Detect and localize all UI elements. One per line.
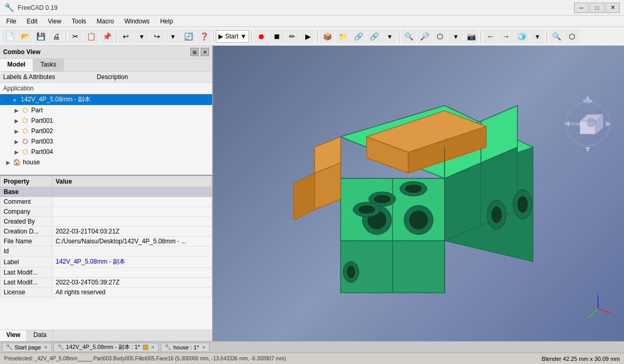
link-button[interactable]: 🔗: [351, 29, 366, 44]
bottom-tab-data[interactable]: Data: [27, 330, 53, 341]
menu-item-edit[interactable]: Edit: [22, 17, 42, 26]
startpage-label: Start page: [15, 344, 41, 350]
back-button[interactable]: ←: [483, 29, 498, 44]
link-dropdown[interactable]: ▾: [382, 29, 397, 44]
part001-icon: ⬡: [21, 116, 29, 125]
menu-item-tools[interactable]: Tools: [68, 17, 90, 26]
viewport[interactable]: TOP FRONT X Y Z: [213, 46, 624, 341]
view-screenshot-button[interactable]: 📷: [464, 29, 478, 44]
svg-point-19: [491, 206, 502, 223]
svg-text:TOP: TOP: [583, 99, 592, 104]
maximize-button[interactable]: □: [590, 3, 604, 13]
combo-close-button[interactable]: ✕: [201, 48, 209, 56]
record-button[interactable]: ⏺: [254, 29, 268, 44]
save-button[interactable]: 💾: [33, 29, 48, 44]
house-arrow-icon: ▶: [4, 160, 12, 165]
tree-item-part002[interactable]: ▶ ⬡ Part002: [0, 126, 212, 136]
prop-name-4: File Name: [1, 237, 53, 246]
print-button[interactable]: 🖨: [49, 29, 63, 44]
property-section: Property Value Base CommentCompanyCreate…: [0, 176, 212, 330]
close-button[interactable]: ✕: [605, 3, 620, 13]
menu-item-file[interactable]: File: [2, 17, 20, 26]
link-group-button[interactable]: 🔗: [367, 29, 381, 44]
3d-model: [263, 95, 575, 314]
house-tab-close[interactable]: ✕: [202, 345, 206, 350]
part003-icon: ⬡: [21, 137, 29, 146]
startpage-close[interactable]: ✕: [44, 345, 48, 350]
view-mode-button[interactable]: ⬡: [433, 29, 447, 44]
undo-button[interactable]: ↩: [119, 29, 133, 44]
part001-arrow-icon: ▶: [12, 118, 21, 124]
redo-button[interactable]: ↪: [150, 29, 164, 44]
combo-view-header: Combo View ⊞ ✕: [0, 46, 212, 59]
combo-view-title: Combo View: [3, 48, 41, 56]
tree-item-house[interactable]: ▶ 🏠 house: [0, 157, 212, 167]
menu-item-windows[interactable]: Windows: [120, 17, 154, 26]
open-button[interactable]: 📂: [18, 29, 32, 44]
tree-item-root[interactable]: ▼ ● 142V_4P_5.08mm - 副本: [0, 94, 212, 105]
menu-item-help[interactable]: Help: [156, 17, 177, 26]
separator-4: [251, 30, 252, 43]
base-group-label: Base: [1, 187, 212, 197]
svg-marker-38: [606, 121, 611, 126]
undo-dropdown[interactable]: ▾: [134, 29, 149, 44]
root-doc-icon: ●: [10, 96, 19, 104]
status-renderer-dims: Blender 42.25 mm x 30.09 mm: [542, 356, 620, 362]
view-fit-button[interactable]: 🔍: [401, 29, 416, 44]
copy-button[interactable]: 📋: [84, 29, 98, 44]
tree-item-part003[interactable]: ▶ ⬡ Part003: [0, 136, 212, 147]
menu-item-macro[interactable]: Macro: [93, 17, 118, 26]
paste-button[interactable]: 📌: [99, 29, 114, 44]
tab-tasks[interactable]: Tasks: [33, 59, 64, 71]
prop-row-0: Comment: [1, 197, 212, 207]
model-view-button[interactable]: 🧊: [514, 29, 529, 44]
minimize-button[interactable]: ─: [574, 3, 589, 13]
prop-value-0: [53, 197, 212, 207]
tree-item-part004[interactable]: ▶ ⬡ Part004: [0, 147, 212, 157]
tree-item-part001[interactable]: ▶ ⬡ Part001: [0, 115, 212, 126]
tree-item-part[interactable]: ▶ ⬡ Part: [0, 105, 212, 115]
new-part-button[interactable]: 📦: [320, 29, 334, 44]
model-dropdown[interactable]: ▾: [530, 29, 544, 44]
combo-float-button[interactable]: ⊞: [190, 48, 199, 56]
svg-line-45: [598, 308, 611, 314]
open-folder-button[interactable]: 📁: [335, 29, 350, 44]
taskbar-main-doc[interactable]: 🔧 142V_4P_5.08mm - 副本 : 1* ✕: [54, 343, 159, 352]
view-zoom2-button[interactable]: 🔍: [549, 29, 564, 44]
view-zoom-button[interactable]: 🔎: [417, 29, 432, 44]
workbench-dropdown[interactable]: ▶ Start ▼: [216, 30, 249, 43]
part004-label: Part004: [31, 148, 53, 155]
svg-point-15: [405, 185, 422, 193]
redo-dropdown[interactable]: ▾: [165, 29, 180, 44]
new-button[interactable]: 📄: [2, 29, 17, 44]
tab-model[interactable]: Model: [0, 59, 33, 71]
menu-bar: FileEditViewToolsMacroWindowsHelp: [0, 16, 624, 27]
taskbar-house[interactable]: 🔧 house : 1* ✕: [161, 343, 210, 352]
part-arrow-icon: ▶: [12, 108, 21, 113]
view-mode-dropdown[interactable]: ▾: [448, 29, 463, 44]
main-doc-close[interactable]: ✕: [151, 345, 155, 350]
prop-name-9: License: [1, 288, 53, 297]
prop-row-6: Label142V_4P_5.08mm - 副本: [1, 256, 212, 268]
part004-icon: ⬡: [21, 148, 29, 156]
macro-run-button[interactable]: ▶: [301, 29, 315, 44]
prop-row-4: File NameC:/Users/Naisu/Desktop/142V_4P_…: [1, 237, 212, 246]
separator-2: [116, 30, 116, 43]
stop-button[interactable]: ⏹: [269, 29, 284, 44]
tree-section: Labels & Attributes Description Applicat…: [0, 72, 212, 176]
house-tab-label: house : 1*: [173, 344, 199, 350]
separator-5: [317, 30, 318, 43]
cube-view-button[interactable]: ⬡: [565, 29, 579, 44]
main-doc-indicator: [143, 345, 148, 350]
prop-name-7: Last Modif...: [1, 268, 53, 278]
menu-item-view[interactable]: View: [44, 17, 66, 26]
help-button[interactable]: ❓: [197, 29, 211, 44]
refresh-button[interactable]: 🔄: [181, 29, 196, 44]
bottom-tab-view[interactable]: View: [0, 330, 27, 341]
cut-button[interactable]: ✂: [68, 29, 83, 44]
renderer-label: Blender: [542, 356, 562, 362]
macro-edit-button[interactable]: ✏: [285, 29, 300, 44]
forward-button[interactable]: →: [499, 29, 513, 44]
navigation-cube[interactable]: TOP FRONT: [562, 93, 614, 155]
taskbar-startpage[interactable]: 🔧 Start page ✕: [2, 343, 51, 352]
